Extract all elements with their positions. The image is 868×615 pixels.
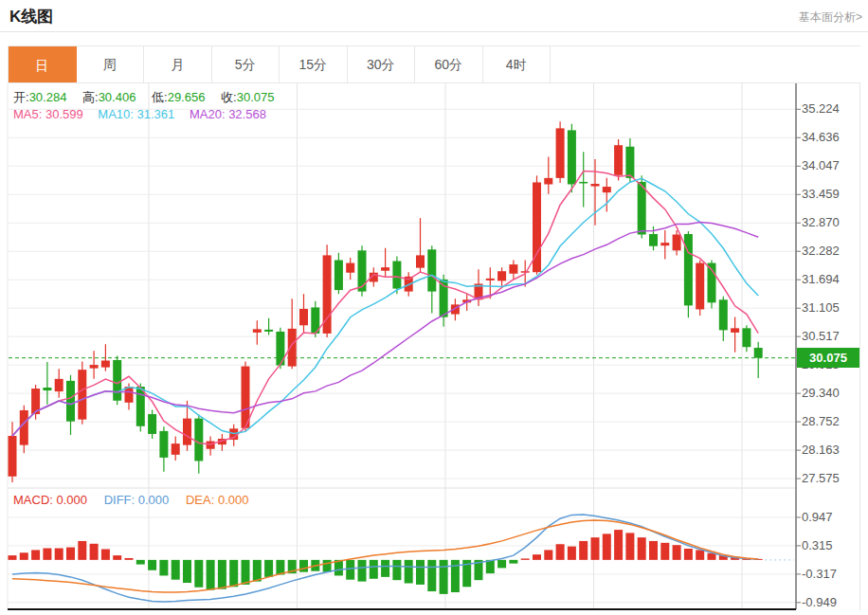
tab-60min[interactable]: 60分	[415, 46, 483, 82]
tab-4hour[interactable]: 4时	[483, 46, 552, 82]
axis-tick-label: -0.317	[802, 567, 837, 581]
axis-tick-label: 28.752	[802, 414, 840, 428]
axis-tick-label: 35.224	[802, 101, 840, 116]
tab-month[interactable]: 月	[144, 46, 212, 82]
tab-30min[interactable]: 30分	[348, 46, 416, 82]
axis-tick-label: 33.459	[802, 187, 840, 201]
dea-value: DEA: 0.000	[186, 493, 249, 507]
ohlc-low: 低:29.656	[152, 90, 217, 104]
current-price-badge: 30.075	[797, 348, 859, 368]
axis-tick-label: 32.282	[802, 244, 840, 258]
fundamental-analysis-link[interactable]: 基本面分析>	[799, 9, 862, 26]
ohlc-close: 收:30.075	[221, 90, 286, 104]
ohlc-legend: 开:30.284 高:30.406 低:29.656 收:30.075	[13, 89, 286, 106]
tab-15min[interactable]: 15分	[280, 46, 348, 82]
period-tab-bar: 日 周 月 5分 15分 30分 60分 4时	[8, 45, 860, 83]
tab-day[interactable]: 日	[9, 46, 77, 82]
axis-tick-label: 31.694	[802, 272, 840, 286]
ohlc-high: 高:30.406	[82, 90, 148, 104]
axis-tick-label: 0.947	[802, 510, 833, 524]
axis-tick-label: -0.949	[802, 595, 837, 609]
axis-tick-label: 34.636	[802, 130, 840, 144]
axis-tick-label: 32.870	[802, 215, 840, 229]
axis-tick-label: 31.105	[802, 300, 840, 315]
tab-week[interactable]: 周	[77, 46, 145, 82]
axis-tick-label: 28.163	[802, 443, 840, 457]
ma-legend: MA5: 30.599 MA10: 31.361 MA20: 32.568	[13, 107, 278, 121]
ma5-legend: MA5: 30.599	[13, 107, 83, 121]
axis-tick-label: 29.340	[802, 386, 840, 400]
ma20-legend: MA20: 32.568	[190, 107, 266, 121]
macd-value: MACD: 0.000	[13, 493, 87, 507]
axis-tick-label: 0.315	[802, 538, 833, 552]
axis-tick-label: 27.575	[802, 471, 840, 485]
macd-legend: MACD: 0.000 DIFF: 0.000 DEA: 0.000	[13, 493, 262, 507]
ohlc-open: 开:30.284	[13, 90, 79, 104]
axis-tick-label: 30.517	[802, 329, 840, 343]
ma10-legend: MA10: 31.361	[98, 107, 174, 121]
diff-value: DIFF: 0.000	[104, 493, 170, 507]
axis-tick-label: 34.047	[802, 158, 840, 172]
tab-5min[interactable]: 5分	[212, 46, 280, 82]
